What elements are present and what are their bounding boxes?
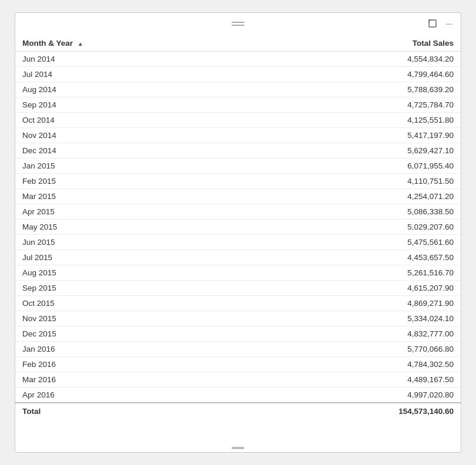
cell-month: Sep 2014 (15, 97, 247, 113)
cell-month: Nov 2014 (15, 128, 247, 143)
widget-actions: ··· (425, 18, 455, 29)
sort-asc-icon: ▲ (78, 41, 83, 47)
drag-handle[interactable] (232, 22, 244, 26)
widget-topbar: ··· (15, 13, 461, 34)
table-row: Oct 20154,869,271.90 (15, 296, 461, 311)
cell-sales: 4,254,071.20 (247, 189, 461, 204)
cell-month: May 2015 (15, 220, 247, 235)
cell-sales: 4,997,020.80 (247, 388, 461, 403)
cell-month: Jul 2015 (15, 250, 247, 265)
cell-month: Aug 2014 (15, 82, 247, 97)
cell-month: Oct 2015 (15, 296, 247, 311)
cell-sales: 4,615,207.90 (247, 281, 461, 296)
table-row: Mar 20154,254,071.20 (15, 189, 461, 204)
cell-sales: 4,725,784.70 (247, 97, 461, 113)
cell-month: Jan 2016 (15, 342, 247, 357)
cell-sales: 5,475,561.60 (247, 235, 461, 250)
table-row: Aug 20145,788,639.20 (15, 82, 461, 97)
table-row: Dec 20154,832,777.00 (15, 326, 461, 342)
table-row: Feb 20154,110,751.50 (15, 174, 461, 189)
table-header-row: Month & Year ▲ Total Sales (15, 34, 461, 52)
cell-month: Feb 2015 (15, 174, 247, 189)
table-row: Jan 20156,071,955.40 (15, 159, 461, 174)
cell-sales: 5,770,066.80 (247, 342, 461, 357)
cell-sales: 5,629,427.10 (247, 143, 461, 159)
expand-button[interactable] (425, 18, 440, 29)
table-row: Feb 20164,784,302.50 (15, 357, 461, 372)
cell-month: Mar 2015 (15, 189, 247, 204)
cell-sales: 5,417,197.90 (247, 128, 461, 143)
cell-sales: 5,788,639.20 (247, 82, 461, 97)
cell-sales: 4,832,777.00 (247, 326, 461, 342)
cell-sales: 4,554,834.20 (247, 52, 461, 67)
table-row: Aug 20155,261,516.70 (15, 265, 461, 281)
table-row: Apr 20164,997,020.80 (15, 388, 461, 403)
bottom-resize-handle[interactable] (232, 447, 244, 449)
cell-sales: 5,029,207.60 (247, 220, 461, 235)
total-value: 154,573,140.60 (247, 403, 461, 419)
cell-sales: 5,261,516.70 (247, 265, 461, 281)
table-row: Mar 20164,489,167.50 (15, 372, 461, 388)
table-row: Apr 20155,086,338.50 (15, 204, 461, 220)
cell-month: Dec 2015 (15, 326, 247, 342)
cell-sales: 4,869,271.90 (247, 296, 461, 311)
table-body: Jun 20144,554,834.20Jul 20144,799,464.60… (15, 52, 461, 403)
cell-sales: 5,334,024.10 (247, 311, 461, 326)
table-footer-row: Total 154,573,140.60 (15, 403, 461, 419)
cell-month: Jul 2014 (15, 67, 247, 82)
table-row: Nov 20155,334,024.10 (15, 311, 461, 326)
table-row: May 20155,029,207.60 (15, 220, 461, 235)
cell-month: Nov 2015 (15, 311, 247, 326)
cell-month: Jun 2015 (15, 235, 247, 250)
svg-rect-0 (429, 20, 436, 27)
table-row: Jul 20144,799,464.60 (15, 67, 461, 82)
cell-sales: 4,453,657.50 (247, 250, 461, 265)
total-label: Total (15, 403, 247, 419)
cell-month: Aug 2015 (15, 265, 247, 281)
cell-sales: 5,086,338.50 (247, 204, 461, 220)
cell-sales: 4,799,464.60 (247, 67, 461, 82)
table-scroll-area: Month & Year ▲ Total Sales Jun 20144,554… (15, 34, 461, 444)
more-icon: ··· (445, 19, 452, 28)
cell-sales: 6,071,955.40 (247, 159, 461, 174)
cell-sales: 4,489,167.50 (247, 372, 461, 388)
cell-month: Apr 2016 (15, 388, 247, 403)
table-row: Oct 20144,125,551.80 (15, 113, 461, 128)
table-row: Dec 20145,629,427.10 (15, 143, 461, 159)
more-options-button[interactable]: ··· (443, 18, 455, 29)
total-sales-header[interactable]: Total Sales (247, 34, 461, 52)
cell-month: Sep 2015 (15, 281, 247, 296)
table-row: Jun 20155,475,561.60 (15, 235, 461, 250)
cell-sales: 4,110,751.50 (247, 174, 461, 189)
cell-month: Oct 2014 (15, 113, 247, 128)
table-row: Jul 20154,453,657.50 (15, 250, 461, 265)
table-row: Sep 20144,725,784.70 (15, 97, 461, 113)
cell-month: Apr 2015 (15, 204, 247, 220)
cell-month: Dec 2014 (15, 143, 247, 159)
cell-sales: 4,784,302.50 (247, 357, 461, 372)
table-row: Nov 20145,417,197.90 (15, 128, 461, 143)
widget-bottombar (15, 444, 461, 452)
table-content[interactable]: Month & Year ▲ Total Sales Jun 20144,554… (15, 34, 461, 444)
cell-month: Feb 2016 (15, 357, 247, 372)
data-table: Month & Year ▲ Total Sales Jun 20144,554… (15, 34, 461, 419)
cell-month: Jan 2015 (15, 159, 247, 174)
cell-month: Mar 2016 (15, 372, 247, 388)
cell-month: Jun 2014 (15, 52, 247, 67)
table-row: Sep 20154,615,207.90 (15, 281, 461, 296)
widget-container: ··· Month & Year ▲ Total Sal (0, 0, 476, 465)
month-year-header[interactable]: Month & Year ▲ (15, 34, 247, 52)
table-widget: ··· Month & Year ▲ Total Sal (15, 12, 461, 453)
table-row: Jun 20144,554,834.20 (15, 52, 461, 67)
table-row: Jan 20165,770,066.80 (15, 342, 461, 357)
cell-sales: 4,125,551.80 (247, 113, 461, 128)
